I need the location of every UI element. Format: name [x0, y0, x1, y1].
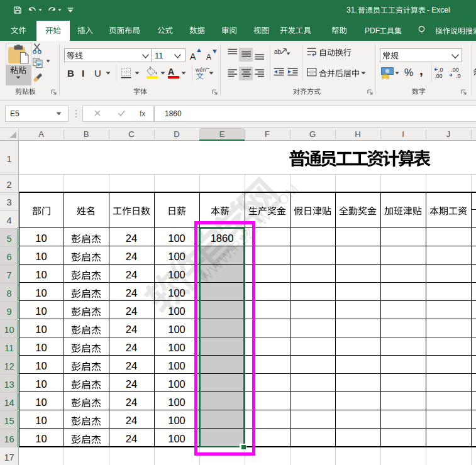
svg-text:.0: .0 [456, 73, 461, 79]
svg-text:.00: .00 [434, 73, 443, 79]
svg-text:.00: .00 [451, 67, 459, 73]
svg-text:.0: .0 [438, 67, 443, 73]
